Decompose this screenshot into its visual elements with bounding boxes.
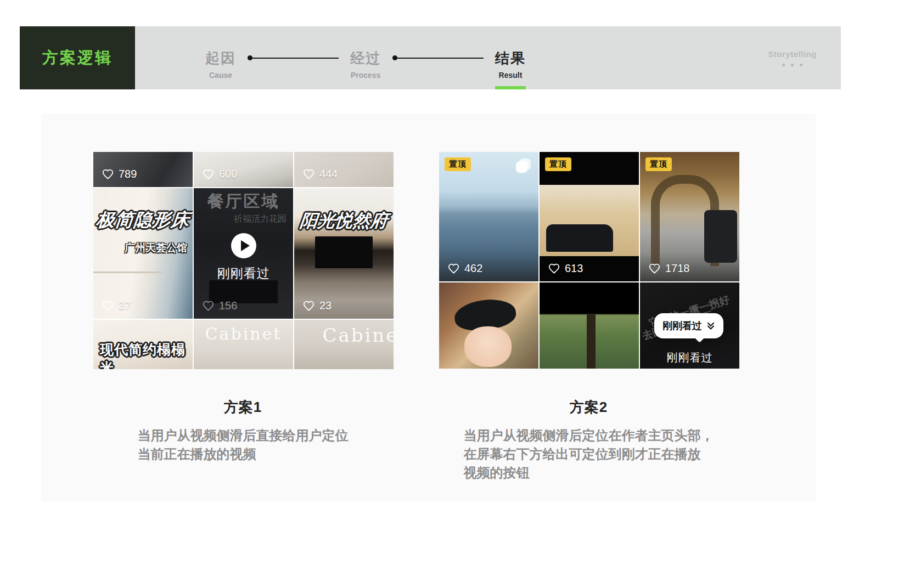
plan1-description: 当用户从视频侧滑后直接给用户定位 当前正在播放的视频	[138, 426, 349, 463]
like-count: 600	[203, 168, 237, 180]
plan2-video-thumb-4[interactable]	[439, 282, 538, 369]
video-cover-title: 现代简约榻榻米	[100, 341, 193, 369]
pinned-badge: 置顶	[645, 157, 672, 171]
plan2-video-thumb-1[interactable]: 置顶 462	[439, 152, 538, 281]
like-count: 23	[303, 299, 332, 312]
plan2-video-thumb-5[interactable]	[540, 282, 639, 369]
double-chevron-down-icon	[706, 321, 715, 330]
heart-icon	[548, 263, 560, 274]
step-cause-sublabel: Cause	[209, 71, 232, 80]
plan1-video-thumb-1[interactable]: 789	[93, 152, 193, 187]
heart-icon	[303, 300, 315, 312]
video-frame	[540, 185, 639, 256]
heart-icon	[102, 300, 114, 312]
storytelling-label: Storytelling	[768, 49, 817, 59]
heart-icon	[649, 263, 660, 274]
video-cover-title: 极简隐形床	[93, 208, 193, 233]
step-process-label: 经过	[350, 50, 381, 66]
heart-icon	[203, 300, 214, 312]
storytelling-watermark: Storytelling	[768, 49, 817, 66]
step-result-sublabel: Result	[499, 71, 523, 80]
like-count: 37	[102, 299, 131, 312]
plan1-title: 方案1	[93, 398, 392, 417]
plan1-video-thumb-8[interactable]: Cabinet	[194, 320, 293, 369]
plan1-video-thumb-2[interactable]: 600	[194, 152, 293, 187]
more-dots-menu[interactable]	[768, 64, 817, 66]
slide-header: 方案逻辑 起因 Cause 经过 Process 结果 Result Story…	[20, 26, 841, 89]
video-cover-title: Cabinet	[194, 324, 293, 343]
plan1-video-thumb-9[interactable]: Cabinet	[294, 320, 394, 369]
like-count: 1718	[649, 262, 690, 275]
pinned-badge: 置顶	[545, 157, 571, 171]
step-cause-label: 起因	[205, 50, 236, 66]
section-title: 方案逻辑	[42, 47, 113, 69]
play-icon[interactable]	[231, 233, 256, 258]
plan2-description: 当用户从视频侧滑后定位在作者主页头部， 在屏幕右下方给出可定位到刚才正在播放 视…	[464, 426, 714, 482]
heart-icon	[102, 168, 114, 180]
step-cause[interactable]: 起因 Cause	[203, 26, 239, 89]
video-cover-title: 餐厅区域	[194, 190, 293, 213]
story-stepper: 起因 Cause 经过 Process 结果 Result	[203, 26, 529, 89]
step-result[interactable]: 结果 Result	[492, 26, 529, 89]
section-title-panel: 方案逻辑	[20, 26, 135, 89]
plan1-video-thumb-3[interactable]: 444	[294, 152, 394, 187]
like-count: 789	[102, 168, 137, 180]
like-count: 156	[203, 299, 237, 312]
heart-icon	[448, 263, 459, 274]
step-result-label: 结果	[495, 50, 526, 66]
video-cover-subtitle: 祈福活力花园	[234, 213, 287, 225]
step-process-sublabel: Process	[351, 71, 380, 80]
like-count: 462	[448, 262, 482, 275]
plan2-video-grid: 置顶 462 置顶 613 置顶 1718 它妈的一撅一拐好	[439, 152, 739, 369]
heart-icon	[203, 168, 214, 180]
video-cover-subtitle: 广州天荟公馆	[125, 241, 187, 255]
active-step-indicator	[495, 86, 526, 89]
step-connector-1	[248, 58, 339, 59]
content-card: 789 600 444 极简隐形床 广州天荟公馆 37 餐厅区域 祈福	[41, 114, 816, 502]
plan1-current-video-thumb[interactable]: 餐厅区域 祈福活力花园 刚刚看过 156	[194, 188, 293, 319]
suv-silhouette	[546, 224, 613, 252]
heart-icon	[303, 168, 315, 180]
plan1-video-thumb-4[interactable]: 极简隐形床 广州天荟公馆 37	[93, 188, 193, 319]
just-watched-label: 刚刚看过	[640, 350, 739, 365]
like-count: 444	[303, 168, 338, 180]
video-cover-title: 阳光悦然府	[294, 209, 394, 233]
collection-icon	[515, 159, 531, 173]
plan2-title: 方案2	[439, 398, 738, 417]
step-connector-2	[392, 58, 484, 59]
plan2-video-thumb-3[interactable]: 置顶 1718	[640, 152, 739, 281]
plan1-video-grid: 789 600 444 极简隐形床 广州天荟公馆 37 餐厅区域 祈福	[93, 152, 394, 369]
plan1-video-thumb-6[interactable]: 阳光悦然府 23	[294, 188, 394, 319]
just-watched-label: 刚刚看过	[194, 265, 293, 282]
plan2-video-thumb-2[interactable]: 置顶 613	[540, 152, 639, 281]
plan2-caption: 方案2 当用户从视频侧滑后定位在作者主页头部， 在屏幕右下方给出可定位到刚才正在…	[439, 398, 738, 482]
step-process[interactable]: 经过 Process	[347, 26, 384, 89]
like-count: 613	[548, 262, 583, 275]
video-cover-title: Cabinet	[322, 324, 394, 346]
plan2-current-video-thumb[interactable]: 它妈的一撅一拐好 去医院花了六百 刚刚看过 刚刚看过	[640, 282, 739, 369]
just-watched-locate-button[interactable]: 刚刚看过	[654, 313, 723, 338]
plan1-caption: 方案1 当用户从视频侧滑后直接给用户定位 当前正在播放的视频	[93, 398, 392, 463]
pinned-badge: 置顶	[445, 157, 471, 171]
plan1-video-thumb-7[interactable]: 现代简约榻榻米	[93, 320, 193, 369]
